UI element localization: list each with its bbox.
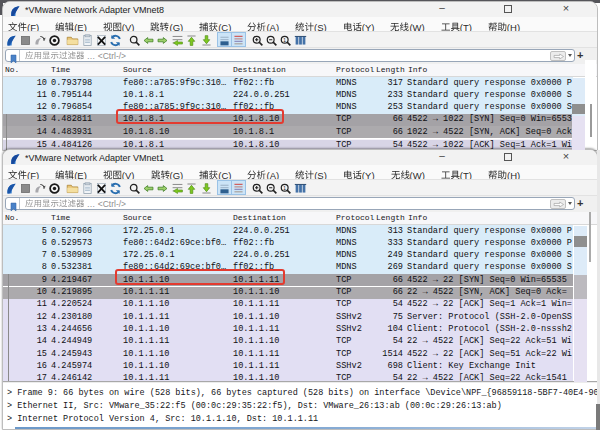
svg-text:1: 1: [284, 186, 287, 191]
svg-text:1: 1: [284, 38, 287, 43]
